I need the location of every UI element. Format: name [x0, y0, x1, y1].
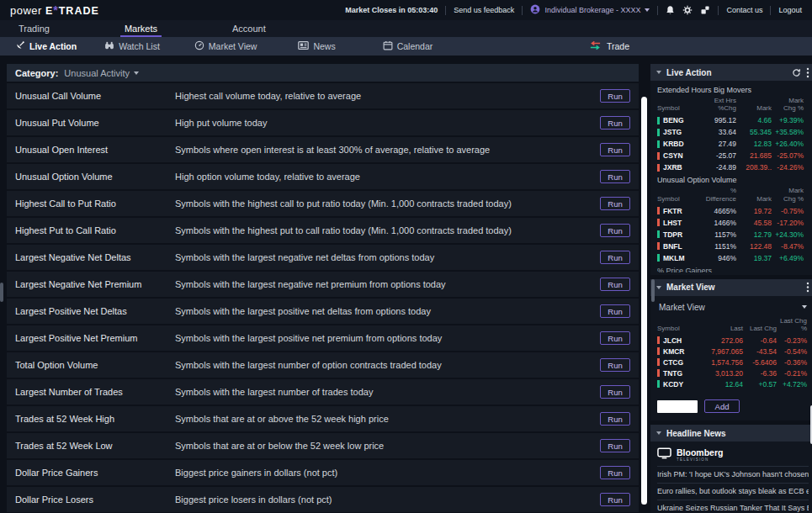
symbol-cell[interactable]: TDPR [657, 229, 698, 241]
scanner-description: High put volume today [175, 118, 600, 128]
symbol-label: CSYN [663, 151, 683, 160]
symbol-label: LHST [663, 219, 682, 227]
symbol-cell[interactable]: CSYN [657, 150, 698, 161]
symbol-cell[interactable]: CTCG [657, 357, 694, 368]
symbol-label: FKTR [663, 207, 682, 215]
subnav-item-label: News [313, 41, 335, 51]
run-button[interactable]: Run [600, 385, 630, 399]
person-icon [530, 4, 540, 16]
run-button[interactable]: Run [600, 278, 630, 291]
symbol-cell[interactable]: JLCH [657, 335, 694, 346]
logout-link[interactable]: Logout [778, 6, 802, 14]
divider [522, 6, 523, 15]
symbol-cell[interactable]: LHST [657, 217, 698, 229]
account-selector[interactable]: Individual Brokerage - XXXX [530, 4, 650, 16]
bell-icon[interactable] [666, 5, 675, 15]
subnav-item-news[interactable]: News [298, 40, 335, 52]
mark-cell: 4.66 [736, 114, 772, 126]
run-button[interactable]: Run [600, 331, 630, 345]
news-headline[interactable]: Irish PM: 'I hope UK's Johnson hasn't ch… [657, 466, 809, 483]
nav-tab-trading[interactable]: Trading [17, 20, 51, 37]
nav-tab-account[interactable]: Account [231, 20, 268, 37]
headline-news-panel-header[interactable]: Headline News [650, 425, 812, 442]
symbol-cell[interactable]: JXRB [657, 161, 698, 173]
symbol-cell[interactable]: MKLM [657, 252, 698, 264]
gear-icon[interactable] [682, 5, 693, 15]
symbol-cell[interactable]: KCDY [657, 378, 694, 389]
run-button[interactable]: Run [600, 412, 630, 426]
subnav-item-watch-list[interactable]: Watch List [104, 40, 160, 52]
subnav-item-market-view[interactable]: Market View [194, 40, 257, 52]
news-icon [298, 40, 309, 52]
run-button[interactable]: Run [600, 493, 630, 506]
main-scrollbar[interactable] [641, 97, 647, 505]
symbol-cell[interactable]: BENG [657, 114, 698, 126]
mark-cell: 19.37 [736, 252, 772, 264]
change-cell: -0.75% [772, 205, 804, 217]
kebab-menu-icon[interactable] [806, 282, 809, 293]
trade-button[interactable]: Trade [589, 37, 629, 56]
chevron-down-icon [134, 71, 139, 75]
run-button[interactable]: Run [600, 224, 630, 237]
subnav-item-label: Market View [209, 41, 257, 51]
refresh-icon[interactable] [792, 68, 801, 77]
left-scrollbar-thumb[interactable] [0, 283, 3, 302]
symbol-cell[interactable]: KMCR [657, 346, 694, 357]
run-button[interactable]: Run [600, 197, 630, 210]
trend-bar [657, 152, 660, 160]
symbol-cell[interactable]: FKTR [657, 205, 698, 217]
news-headline[interactable]: Euro rallies, but outlook stays bleak as… [657, 483, 809, 500]
run-button[interactable]: Run [600, 358, 630, 372]
bloomberg-text: Bloomberg TELEVISION [677, 448, 723, 462]
live-action-panel-header[interactable]: Live Action [650, 64, 812, 81]
symbol-cell[interactable]: BNFL [657, 241, 698, 252]
kebab-menu-icon[interactable] [806, 67, 809, 78]
scanner-name: Trades at 52 Week High [15, 414, 175, 424]
symbol-input[interactable] [657, 400, 698, 413]
symbol-cell[interactable]: TNTG [657, 368, 694, 378]
market-view-list-dropdown[interactable]: Market View [657, 299, 809, 315]
subnav-item-label: Calendar [397, 41, 433, 51]
divider [718, 6, 719, 15]
workspaces-icon[interactable] [700, 5, 710, 15]
etrade-logo[interactable]: power E*TRADE [10, 3, 99, 17]
live-action-panel: Live Action Extended Hours Big MoversSym… [650, 64, 812, 275]
symbol-cell[interactable]: JSTG [657, 126, 698, 138]
column-header: Last [694, 315, 743, 335]
change-pct-cell: -0.36% [777, 357, 807, 368]
contact-us-link[interactable]: Contact us [726, 6, 762, 14]
scanner-row-largest-negative-net-deltas: Largest Negative Net DeltasSymbols with … [7, 245, 639, 270]
nav-tab-markets[interactable]: Markets [123, 20, 159, 37]
run-button[interactable]: Run [600, 89, 630, 103]
run-button[interactable]: Run [600, 143, 630, 156]
send-feedback-link[interactable]: Send us feedback [454, 6, 514, 14]
subnav-item-calendar[interactable]: Calendar [383, 40, 433, 52]
run-button[interactable]: Run [600, 116, 630, 130]
calendar-icon [383, 40, 393, 52]
bloomberg-logo: Bloomberg TELEVISION [657, 444, 809, 466]
scanner-name: Largest Negative Net Premium [15, 279, 175, 289]
sidebar-scrollbar-thumb[interactable] [651, 279, 655, 302]
run-button[interactable]: Run [600, 170, 630, 183]
category-dropdown[interactable]: Unusual Activity [64, 68, 139, 78]
subnav-item-live-action[interactable]: Live Action [15, 40, 77, 52]
run-button[interactable]: Run [600, 466, 630, 479]
run-button[interactable]: Run [600, 304, 630, 318]
scanner-row-unusual-call-volume: Unusual Call VolumeHighest call volume t… [7, 83, 639, 108]
column-header: % Difference [698, 185, 736, 204]
satellite-icon [15, 40, 25, 52]
symbol-cell[interactable]: KRBD [657, 138, 698, 150]
news-headline[interactable]: Ukraine Seizes Russian Tanker That It Sa… [657, 500, 809, 513]
scanner-name: Unusual Put Volume [15, 118, 175, 128]
trend-bar [657, 242, 660, 250]
change-pct-cell: -0.21% [777, 368, 807, 378]
scanner-name: Largest Number of Trades [15, 387, 175, 397]
run-button[interactable]: Run [600, 439, 630, 452]
add-button[interactable]: Add [704, 399, 740, 413]
value-cell: 995.12 [698, 114, 736, 126]
market-view-panel-header[interactable]: Market View [650, 279, 812, 296]
scanner-description: Symbols where open interest is at least … [175, 145, 600, 155]
change-pct-cell: +4.72% [777, 378, 807, 389]
run-button[interactable]: Run [600, 251, 630, 264]
symbol-label: TDPR [663, 230, 682, 239]
